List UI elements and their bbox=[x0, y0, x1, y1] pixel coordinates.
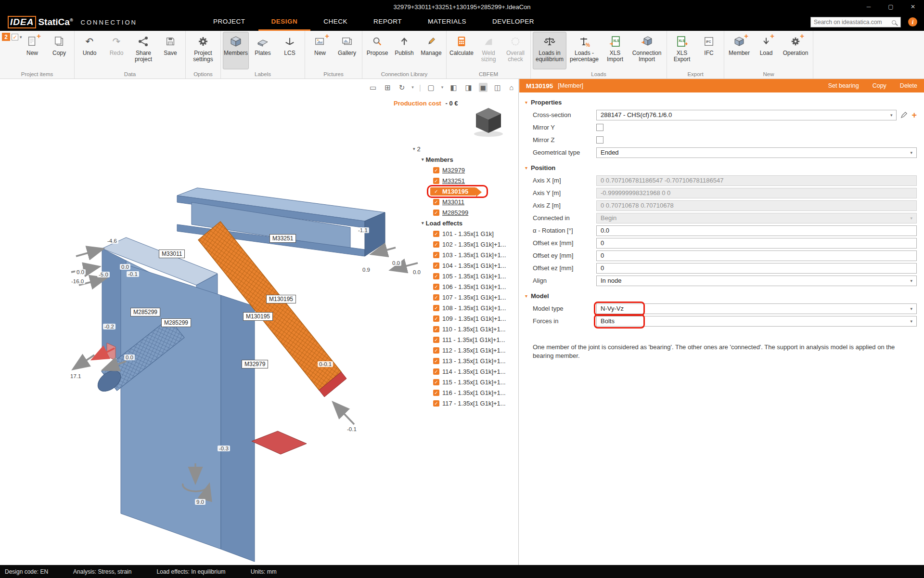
chevron-down-icon[interactable]: ▾ bbox=[411, 84, 414, 91]
ribbon-gallery-button[interactable]: Gallery bbox=[334, 32, 360, 69]
tree-load-effect-item[interactable]: 111 - 1.35x[1 G1k]+1... bbox=[412, 334, 518, 345]
tree-member-item[interactable]: M32979 bbox=[412, 165, 518, 175]
tree-load-effect-item[interactable]: 113 - 1.35x[1 G1k]+1... bbox=[412, 355, 518, 366]
checked-checkbox-icon[interactable] bbox=[433, 305, 439, 311]
menu-tab[interactable]: CHECK bbox=[310, 13, 360, 31]
tree-member-item[interactable]: M285299 bbox=[412, 207, 518, 218]
ribbon-share-project-button[interactable]: Share project bbox=[130, 32, 156, 69]
checked-checkbox-icon[interactable] bbox=[433, 326, 439, 332]
checked-checkbox-icon[interactable] bbox=[433, 337, 439, 343]
tree-load-effect-item[interactable]: 105 - 1.35x[1 G1k]+1... bbox=[412, 271, 518, 281]
section-model[interactable]: ▾ Model bbox=[525, 292, 924, 300]
zoom-extents-icon[interactable]: ⊞ bbox=[383, 83, 392, 92]
checked-checkbox-icon[interactable] bbox=[433, 368, 439, 375]
home-view-icon[interactable]: ⌂ bbox=[508, 83, 515, 92]
checked-checkbox-icon[interactable] bbox=[433, 390, 439, 396]
ribbon-connection-import-button[interactable]: Connection Import bbox=[629, 32, 665, 69]
copy-member-button[interactable]: Copy bbox=[873, 82, 886, 89]
ribbon-xls-import-button[interactable]: XLS XLS Import bbox=[602, 32, 628, 69]
mirror-z-checkbox[interactable] bbox=[596, 136, 603, 144]
chevron-down-icon[interactable]: ▾ bbox=[441, 84, 444, 91]
checked-checkbox-icon[interactable] bbox=[433, 241, 439, 248]
tree-load-effect-item[interactable]: 116 - 1.35x[1 G1k]+1... bbox=[412, 387, 518, 398]
ribbon-copy-button[interactable]: Copy bbox=[46, 32, 72, 69]
ribbon-project-settings-button[interactable]: Project settings bbox=[188, 32, 218, 69]
checked-checkbox-icon[interactable] bbox=[433, 273, 439, 279]
ribbon-redo-button[interactable]: ↷ Redo bbox=[103, 32, 129, 69]
checked-checkbox-icon[interactable]: ✓ bbox=[12, 34, 18, 40]
checked-checkbox-icon[interactable] bbox=[433, 400, 439, 407]
menu-tab[interactable]: PROJECT bbox=[200, 13, 258, 31]
tree-load-effect-item[interactable]: 108 - 1.35x[1 G1k]+1... bbox=[412, 302, 518, 313]
tree-member-item[interactable]: M33011 bbox=[412, 197, 518, 207]
checked-checkbox-icon[interactable] bbox=[433, 210, 439, 216]
model-type-dropdown[interactable]: N-Vy-Vz ▾ bbox=[596, 303, 917, 314]
checked-checkbox-icon[interactable] bbox=[433, 294, 439, 301]
align-dropdown[interactable]: In node ▾ bbox=[596, 276, 917, 286]
close-button[interactable]: ✕ bbox=[902, 0, 924, 13]
geometrical-type-dropdown[interactable]: Ended ▾ bbox=[596, 147, 917, 158]
ribbon-new-load-button[interactable]: + Load bbox=[753, 32, 779, 69]
menu-tab[interactable]: DEVELOPER bbox=[479, 13, 547, 31]
ribbon-overall-check-button[interactable]: Overall check bbox=[502, 32, 528, 69]
ribbon-save-button[interactable]: Save bbox=[157, 32, 183, 69]
delete-member-button[interactable]: Delete bbox=[900, 82, 917, 89]
tree-load-effect-item[interactable]: 115 - 1.35x[1 G1k]+1... bbox=[412, 377, 518, 387]
3d-viewport[interactable]: ▭ ⊞ ↻ ▾ | ▢ ▾ ◧ ◨ ◼ ◫ ⌂ Production cost … bbox=[0, 79, 519, 565]
view-transparent-icon[interactable]: ◨ bbox=[463, 83, 473, 92]
expand-arrow-icon[interactable]: ▾ bbox=[422, 157, 424, 162]
checked-checkbox-icon[interactable] bbox=[433, 231, 439, 237]
checked-checkbox-icon[interactable] bbox=[433, 284, 439, 290]
rotation-input[interactable]: 0.0 bbox=[596, 225, 917, 236]
ribbon-publish-button[interactable]: Publish bbox=[391, 32, 417, 69]
edit-cross-section-icon[interactable] bbox=[900, 111, 908, 118]
tree-load-effect-item[interactable]: 102 - 1.35x[1 G1k]+1... bbox=[412, 239, 518, 250]
select-mode-icon[interactable]: ▢ bbox=[426, 83, 436, 92]
expand-arrow-icon[interactable]: ▾ bbox=[413, 146, 415, 151]
tree-load-effect-item[interactable]: 101 - 1.35x[1 G1k] bbox=[412, 228, 518, 239]
offset-ex-input[interactable]: 0 bbox=[596, 238, 917, 249]
ribbon-manage-button[interactable]: Manage bbox=[418, 32, 444, 69]
tree-load-effect-item[interactable]: 107 - 1.35x[1 G1k]+1... bbox=[412, 292, 518, 302]
checked-checkbox-icon[interactable] bbox=[433, 379, 439, 385]
forces-in-dropdown[interactable]: Bolts ▾ bbox=[596, 316, 917, 327]
checked-checkbox-icon[interactable] bbox=[433, 178, 439, 184]
ribbon-ifc-button[interactable]: IFC IFC bbox=[696, 32, 722, 69]
tree-load-effect-item[interactable]: 110 - 1.35x[1 G1k]+1... bbox=[412, 324, 518, 334]
offset-ey-input[interactable]: 0 bbox=[596, 250, 917, 261]
add-cross-section-icon[interactable]: + bbox=[911, 111, 917, 119]
offset-ez-input[interactable]: 0 bbox=[596, 263, 917, 274]
tree-load-effect-item[interactable]: 106 - 1.35x[1 G1k]+1... bbox=[412, 281, 518, 292]
menu-tab[interactable]: REPORT bbox=[360, 13, 415, 31]
ribbon-weld-sizing-button[interactable]: Weld sizing bbox=[475, 32, 501, 69]
search-icon[interactable] bbox=[892, 20, 896, 25]
tree-load-effect-item[interactable]: 104 - 1.35x[1 G1k]+1... bbox=[412, 260, 518, 271]
ribbon-new-project-item-button[interactable]: + New bbox=[19, 32, 45, 69]
checked-checkbox-icon[interactable] bbox=[433, 347, 439, 354]
maximize-button[interactable]: ▢ bbox=[880, 0, 902, 13]
tree-load-effect-item[interactable]: 112 - 1.35x[1 G1k]+1... bbox=[412, 345, 518, 355]
ribbon-loads-percentage-button[interactable]: % Loads - percentage bbox=[567, 32, 601, 69]
tree-members-header[interactable]: ▾ Members bbox=[412, 154, 518, 165]
ribbon-undo-button[interactable]: ↶ Undo bbox=[77, 32, 103, 69]
set-bearing-button[interactable]: Set bearing bbox=[828, 82, 859, 89]
menu-tab[interactable]: DESIGN bbox=[258, 13, 311, 31]
ribbon-members-labels-button[interactable]: Members bbox=[223, 32, 249, 69]
section-properties[interactable]: ▾ Properties bbox=[525, 99, 924, 106]
view-section-icon[interactable]: ◫ bbox=[493, 83, 502, 92]
checked-checkbox-icon[interactable] bbox=[433, 315, 439, 322]
ribbon-plates-labels-button[interactable]: Plates bbox=[250, 32, 276, 69]
info-icon[interactable]: i bbox=[908, 17, 917, 26]
checked-checkbox-icon[interactable] bbox=[433, 167, 439, 173]
tree-load-effect-item[interactable]: 117 - 1.35x[1 G1k]+1... bbox=[412, 398, 518, 408]
checked-checkbox-icon[interactable] bbox=[433, 188, 439, 195]
expand-arrow-icon[interactable]: ▾ bbox=[422, 221, 424, 225]
menu-tab[interactable]: MATERIALS bbox=[415, 13, 479, 31]
tree-member-item[interactable]: M33251 bbox=[412, 175, 518, 186]
ribbon-new-operation-button[interactable]: + Operation bbox=[780, 32, 811, 69]
ribbon-propose-button[interactable]: Propose bbox=[364, 32, 390, 69]
ribbon-loads-in-equilibrium-button[interactable]: Loads in equilibrium bbox=[533, 32, 566, 69]
search-input[interactable] bbox=[811, 19, 892, 26]
section-position[interactable]: ▾ Position bbox=[525, 164, 924, 171]
cross-section-dropdown[interactable]: 288147 - CHS(cf)76.1/6.0 ▾ bbox=[596, 110, 897, 120]
